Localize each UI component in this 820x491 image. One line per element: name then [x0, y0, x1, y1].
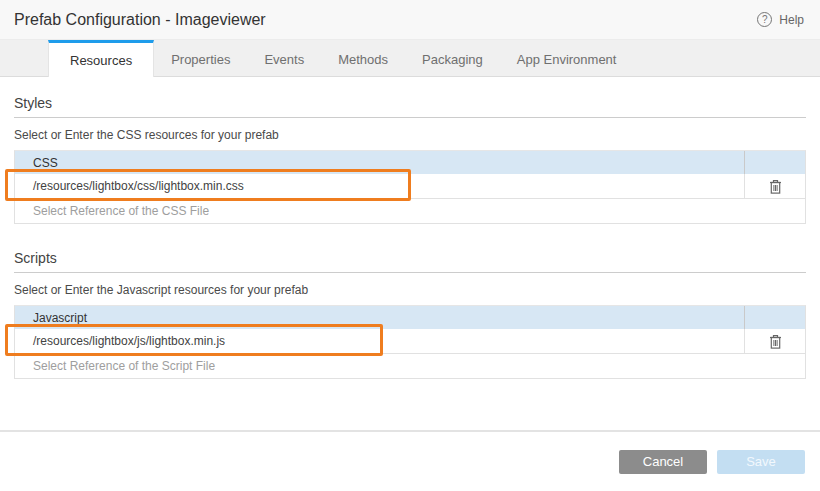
- css-resource-value[interactable]: /resources/lightbox/css/lightbox.min.css: [15, 174, 745, 198]
- help-circle-icon: ?: [757, 12, 772, 27]
- help-button[interactable]: ? Help: [757, 12, 804, 27]
- footer: Cancel Save: [0, 432, 820, 491]
- js-column-header: Javascript: [15, 306, 745, 329]
- help-label: Help: [779, 13, 804, 27]
- js-resources-table: Javascript /resources/lightbox/js/lightb…: [14, 305, 806, 379]
- styles-heading: Styles: [14, 95, 806, 118]
- save-button[interactable]: Save: [717, 450, 805, 474]
- css-delete-button[interactable]: [745, 174, 805, 198]
- page-title: Prefab Configuration - Imageviewer: [14, 11, 266, 29]
- styles-description: Select or Enter the CSS resources for yo…: [14, 128, 806, 142]
- prefab-configuration-dialog: Prefab Configuration - Imageviewer ? Hel…: [0, 0, 820, 491]
- js-reference-select[interactable]: Select Reference of the Script File: [15, 354, 805, 378]
- js-delete-button[interactable]: [745, 329, 805, 353]
- tab-resources[interactable]: Resources: [48, 40, 154, 77]
- resources-tab-content: Styles Select or Enter the CSS resources…: [0, 77, 820, 430]
- title-bar: Prefab Configuration - Imageviewer ? Hel…: [0, 0, 820, 40]
- styles-section: Styles Select or Enter the CSS resources…: [14, 95, 806, 224]
- tab-app-environment[interactable]: App Environment: [500, 40, 634, 76]
- tab-methods[interactable]: Methods: [321, 40, 405, 76]
- tab-packaging[interactable]: Packaging: [405, 40, 500, 76]
- trash-icon: [769, 179, 782, 194]
- css-resources-table: CSS /resources/lightbox/css/lightbox.min…: [14, 150, 806, 224]
- css-resource-row: /resources/lightbox/css/lightbox.min.css: [15, 174, 805, 199]
- js-table-header-row: Javascript: [15, 306, 805, 329]
- scripts-heading: Scripts: [14, 250, 806, 273]
- scripts-section: Scripts Select or Enter the Javascript r…: [14, 250, 806, 379]
- scripts-description: Select or Enter the Javascript resources…: [14, 283, 806, 297]
- tab-events[interactable]: Events: [247, 40, 321, 76]
- js-resource-row: /resources/lightbox/js/lightbox.min.js: [15, 329, 805, 354]
- css-reference-select[interactable]: Select Reference of the CSS File: [15, 199, 805, 223]
- js-resource-value[interactable]: /resources/lightbox/js/lightbox.min.js: [15, 329, 745, 353]
- tab-strip: Resources Properties Events Methods Pack…: [0, 40, 820, 77]
- css-column-header: CSS: [15, 151, 745, 174]
- trash-icon: [769, 334, 782, 349]
- tab-properties[interactable]: Properties: [154, 40, 247, 76]
- css-table-header-row: CSS: [15, 151, 805, 174]
- cancel-button[interactable]: Cancel: [619, 450, 707, 474]
